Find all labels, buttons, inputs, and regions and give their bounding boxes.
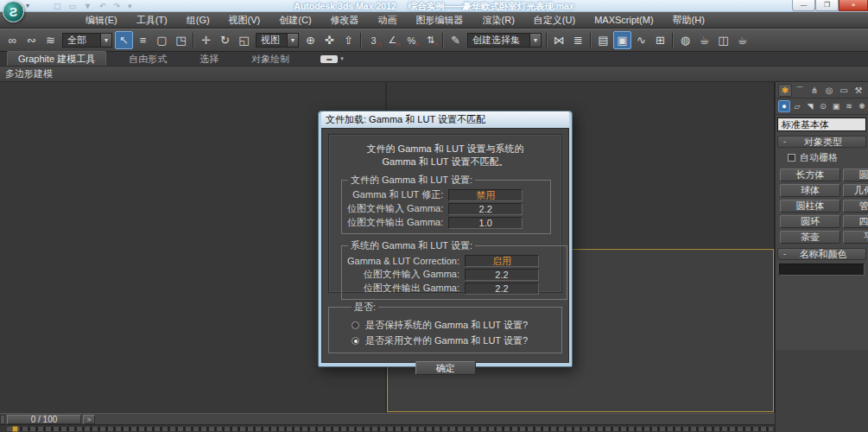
next-frame-button[interactable]: > <box>83 415 95 424</box>
primitive-cone-button[interactable]: 圆锥体 <box>843 168 868 181</box>
minimize-button[interactable]: — <box>792 0 815 11</box>
select-object-icon[interactable]: ↖ <box>115 31 133 49</box>
rectangular-selection-region-icon[interactable]: ▢ <box>153 31 171 49</box>
spinner-snap-toggle-icon[interactable]: ⇅∩ <box>421 31 440 49</box>
rendered-frame-window-icon[interactable]: ◫ <box>714 31 732 49</box>
adopt-file-settings-option[interactable]: 是否采用文件的 Gamma 和 LUT 设置? <box>352 334 556 347</box>
maximize-button[interactable]: ❐ <box>815 0 839 11</box>
primitive-tube-button[interactable]: 管状体 <box>843 200 868 213</box>
track-bar[interactable] <box>0 424 775 432</box>
select-and-move-icon[interactable]: ✛ <box>197 31 215 49</box>
primitive-cylinder-button[interactable]: 圆柱体 <box>780 200 840 213</box>
ribbon-tab-selection[interactable]: 选择 <box>189 52 229 66</box>
subtab-helpers-icon[interactable]: ▣ <box>830 100 842 112</box>
graphite-ribbon-toggle-icon[interactable]: ▣ <box>613 31 631 49</box>
bind-to-space-warp-icon[interactable]: ≋ <box>41 31 60 49</box>
previous-frame-button[interactable] <box>0 415 5 424</box>
primitive-plane-button[interactable]: 平面 <box>843 231 868 244</box>
dropdown-arrow-icon[interactable]: ▼ <box>100 33 112 48</box>
menu-maxscript[interactable]: MAXScript(M) <box>585 12 662 28</box>
collapse-icon[interactable]: - <box>781 251 789 258</box>
primitive-torus-button[interactable]: 圆环 <box>780 215 840 228</box>
tab-motion-icon[interactable]: ◎ <box>822 84 836 97</box>
menu-animation[interactable]: 动画 <box>369 12 407 28</box>
subtab-systems-icon[interactable]: ❋ <box>856 100 868 112</box>
close-button[interactable]: × <box>839 0 868 11</box>
render-setup-icon[interactable]: ☕ <box>695 31 713 49</box>
schematic-view-icon[interactable]: ⊞ <box>651 31 669 49</box>
menu-help[interactable]: 帮助(H) <box>663 12 714 28</box>
dropdown-arrow-icon[interactable]: ▼ <box>287 33 299 48</box>
select-and-manipulate-icon[interactable]: ✜ <box>320 31 339 49</box>
ribbon-tab-freeform[interactable]: 自由形式 <box>118 52 177 66</box>
tab-modify-icon[interactable]: ⌒ <box>793 84 807 97</box>
selection-filter-dropdown[interactable]: 全部 ▼ <box>62 33 112 48</box>
system-gamma-correction-value: 启用 <box>465 255 539 267</box>
geometry-category-dropdown[interactable]: 标准基本体 <box>777 118 866 131</box>
subtab-cameras-icon[interactable]: ⊙ <box>817 100 829 112</box>
ribbon-panel-polygon-modeling[interactable]: 多边形建模 <box>0 68 53 79</box>
primitive-teapot-button[interactable]: 茶壶 <box>780 231 840 244</box>
menu-rendering[interactable]: 渲染(R) <box>473 12 524 28</box>
ribbon-minimize-icon[interactable]: ▬ <box>320 55 338 63</box>
select-and-link-icon[interactable]: ∞ <box>3 31 22 49</box>
ok-button[interactable]: 确定 <box>415 361 476 375</box>
adopt-file-radio[interactable] <box>352 337 359 345</box>
object-type-rollout-header[interactable]: - 对象类型 <box>777 136 866 148</box>
tab-utilities-icon[interactable]: ⚒ <box>852 84 865 97</box>
unlink-selection-icon[interactable]: ∾ <box>22 31 41 49</box>
subtab-spacewarps-icon[interactable]: ≋ <box>843 100 855 112</box>
keep-system-radio[interactable] <box>352 321 359 329</box>
menu-modifiers[interactable]: 修改器 <box>321 12 369 28</box>
tab-create-icon[interactable]: ✱ <box>778 84 792 97</box>
ribbon-minimize-caret-icon[interactable]: ▾ <box>340 55 344 62</box>
mirror-icon[interactable]: ⋈ <box>550 31 568 49</box>
tab-hierarchy-icon[interactable]: ⋔ <box>808 84 821 97</box>
render-production-icon[interactable]: ☕ <box>733 31 751 49</box>
ribbon-tab-graphite[interactable]: Graphite 建模工具 <box>7 51 106 66</box>
layer-manager-icon[interactable]: ▤ <box>594 31 612 49</box>
primitive-box-button[interactable]: 长方体 <box>780 168 840 181</box>
select-and-rotate-icon[interactable]: ↻ <box>216 31 234 49</box>
dialog-title[interactable]: 文件加载: Gamma 和 LUT 设置不匹配 <box>321 111 569 128</box>
menu-create[interactable]: 创建(C) <box>269 12 320 28</box>
name-color-rollout-header[interactable]: - 名称和颜色 <box>777 248 866 260</box>
primitive-geosphere-button[interactable]: 几何球体 <box>843 184 868 197</box>
menu-edit[interactable]: 编辑(E) <box>76 12 127 28</box>
align-icon[interactable]: ≣ <box>569 31 587 49</box>
percent-snap-toggle-icon[interactable]: %∩ <box>402 31 421 49</box>
select-by-name-icon[interactable]: ≡ <box>134 31 152 49</box>
angle-snap-toggle-icon[interactable]: ∠∩ <box>383 31 402 49</box>
named-selection-sets-dropdown[interactable]: 创建选择集 ▼ <box>467 33 542 48</box>
ribbon-tab-object-paint[interactable]: 对象绘制 <box>241 52 300 66</box>
reference-coordinate-dropdown[interactable]: 视图 ▼ <box>256 33 299 48</box>
keyboard-shortcut-override-icon[interactable]: ⇧ <box>339 31 358 49</box>
track-bar-key-marker[interactable] <box>12 426 18 432</box>
menu-graph-editors[interactable]: 图形编辑器 <box>407 12 473 28</box>
window-crossing-icon[interactable]: ◳ <box>172 31 190 49</box>
dropdown-arrow-icon[interactable]: ▼ <box>529 33 542 48</box>
subtab-geometry-icon[interactable]: ● <box>778 100 790 112</box>
keep-system-settings-option[interactable]: 是否保持系统的 Gamma 和 LUT 设置? <box>352 319 556 332</box>
select-and-scale-icon[interactable]: ◱ <box>235 31 253 49</box>
snap-toggle-3d-icon[interactable]: 3∩ <box>364 31 383 49</box>
application-menu-caret-icon[interactable]: ▾ <box>26 2 29 10</box>
collapse-icon[interactable]: - <box>781 138 789 146</box>
menu-tools[interactable]: 工具(T) <box>127 12 177 28</box>
menu-group[interactable]: 组(G) <box>177 12 219 28</box>
curve-editor-icon[interactable]: ∿ <box>632 31 650 49</box>
subtab-lights-icon[interactable]: ◥ <box>804 100 816 112</box>
autogrid-checkbox[interactable] <box>788 154 795 162</box>
use-pivot-point-center-icon[interactable]: ⊕ <box>301 31 320 49</box>
object-name-input[interactable] <box>779 264 865 276</box>
time-slider-thumb[interactable]: 0 / 100 <box>7 415 81 424</box>
tab-display-icon[interactable]: ▭ <box>837 84 851 97</box>
menu-customize[interactable]: 自定义(U) <box>524 12 585 28</box>
edit-named-selection-sets-icon[interactable]: ✎ <box>447 31 465 49</box>
subtab-shapes-icon[interactable]: ▱ <box>791 100 803 112</box>
material-editor-icon[interactable]: ◍ <box>676 31 694 49</box>
application-menu-button[interactable]: Ƨ <box>3 1 24 22</box>
primitive-sphere-button[interactable]: 球体 <box>780 184 840 197</box>
menu-views[interactable]: 视图(V) <box>219 12 270 28</box>
primitive-pyramid-button[interactable]: 四棱锥 <box>843 215 868 228</box>
